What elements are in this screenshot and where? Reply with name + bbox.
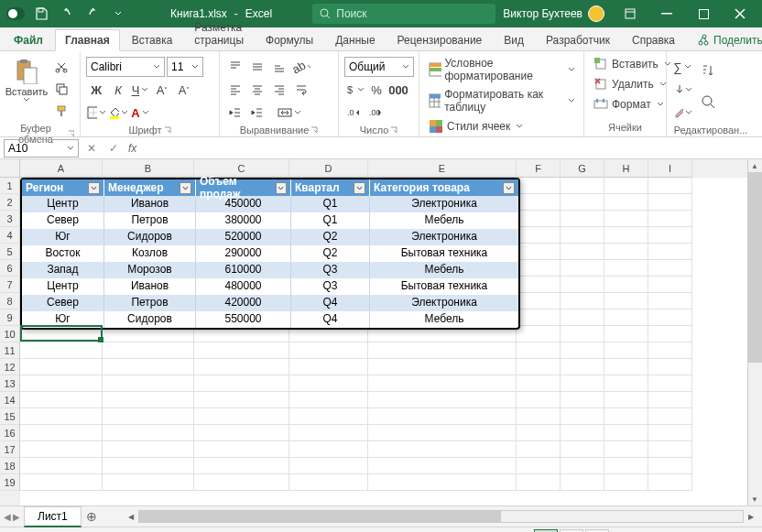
cell[interactable] [194,342,289,359]
table-cell[interactable]: Сидоров [104,229,196,245]
cell[interactable] [561,244,604,260]
row-header[interactable]: 11 [0,342,20,359]
cell[interactable] [561,458,604,474]
cell[interactable] [604,293,648,309]
qat-dropdown[interactable] [106,2,130,26]
table-cell[interactable]: Q1 [291,196,370,212]
table-cell[interactable]: Электроника [370,196,518,212]
cell[interactable] [561,309,604,326]
column-header[interactable]: I [648,159,692,178]
cell[interactable] [517,375,561,392]
column-header[interactable]: A [20,159,103,178]
cell[interactable] [517,244,561,260]
underline-button[interactable]: Ч [130,80,150,100]
cell[interactable] [648,260,692,277]
table-cell[interactable]: Электроника [370,229,518,245]
align-right-icon[interactable] [269,80,289,100]
cell[interactable] [517,260,561,277]
filter-dropdown-icon[interactable] [354,182,365,194]
cell[interactable] [20,375,103,392]
vertical-scrollbar[interactable]: ▲ ▼ [747,159,762,505]
cell[interactable] [368,342,517,359]
cell[interactable] [561,474,604,491]
cell[interactable] [289,392,368,408]
cell[interactable] [20,342,103,359]
cell[interactable] [194,474,289,491]
cell[interactable] [648,309,692,326]
normal-view-icon[interactable] [534,529,558,533]
cell[interactable] [648,441,692,458]
cell[interactable] [20,359,103,375]
cell[interactable] [289,359,368,375]
table-cell[interactable]: Сидоров [104,311,196,328]
cell[interactable] [517,441,561,458]
table-cell[interactable]: 550000 [196,311,291,328]
cell[interactable] [517,342,561,359]
table-cell[interactable]: Мебель [370,262,518,278]
name-box[interactable]: A10 [4,139,79,157]
font-size-combo[interactable]: 11 [167,57,203,77]
row-header[interactable]: 8 [0,293,20,309]
table-cell[interactable]: 380000 [196,212,291,229]
sort-filter-icon[interactable] [696,59,722,84]
comma-icon[interactable]: 000 [388,80,408,100]
tab-formulas[interactable]: Формулы [256,29,323,50]
table-cell[interactable]: Электроника [370,295,518,311]
cell[interactable] [517,309,561,326]
cell[interactable] [604,194,648,211]
fill-icon[interactable] [672,80,692,100]
align-left-icon[interactable] [225,80,245,100]
redo-icon[interactable] [81,2,104,26]
italic-button[interactable]: К [108,80,128,100]
horizontal-scrollbar[interactable]: ◀ ▶ [138,510,744,523]
cell[interactable] [289,441,368,458]
cell[interactable] [194,359,289,375]
increase-indent-icon[interactable] [247,103,267,123]
column-header[interactable]: H [604,159,648,178]
align-top-icon[interactable] [225,57,245,77]
cell[interactable] [561,392,604,408]
row-header[interactable]: 3 [0,211,20,227]
format-as-table-button[interactable]: Форматировать как таблицу [425,86,578,115]
share-button[interactable]: Поделиться [687,29,762,50]
cell[interactable] [604,260,648,277]
conditional-formatting-button[interactable]: Условное форматирование [425,55,578,84]
cell[interactable] [368,375,517,392]
cell[interactable] [561,408,604,425]
ribbon-display-icon[interactable] [612,0,648,27]
table-cell[interactable]: Бытовая техника [370,278,518,295]
cell[interactable] [368,392,517,408]
cell[interactable] [648,425,692,441]
row-header[interactable]: 10 [0,326,20,342]
table-cell[interactable]: Мебель [370,212,518,229]
cell[interactable] [103,474,194,491]
table-cell[interactable]: 450000 [196,196,291,212]
table-cell[interactable]: Козлов [104,245,196,262]
cell[interactable] [368,359,517,375]
column-headers[interactable]: ABCDEFGHI [20,159,762,178]
cell[interactable] [517,293,561,309]
cell[interactable] [604,392,648,408]
table-cell[interactable]: Юг [22,311,104,328]
minimize-icon[interactable] [648,0,685,27]
cell[interactable] [103,458,194,474]
bold-button[interactable]: Ж [86,80,106,100]
table-cell[interactable]: 290000 [196,245,291,262]
table-cell[interactable]: 610000 [196,262,291,278]
cell-styles-button[interactable]: Стили ячеек [425,117,578,136]
cell[interactable] [561,227,604,244]
orientation-icon[interactable]: ab [291,57,311,77]
add-sheet-icon[interactable]: ⊕ [82,509,102,524]
merge-center-icon[interactable] [269,103,310,123]
column-header[interactable]: D [289,159,368,178]
cell[interactable] [648,474,692,491]
tab-view[interactable]: Вид [494,29,534,50]
cell[interactable] [194,441,289,458]
align-center-icon[interactable] [247,80,267,100]
row-header[interactable]: 18 [0,458,20,474]
cell[interactable] [517,277,561,293]
cell[interactable] [517,474,561,491]
format-painter-icon[interactable] [51,101,71,121]
cell[interactable] [561,326,604,342]
table-cell[interactable]: Бытовая техника [370,245,518,262]
